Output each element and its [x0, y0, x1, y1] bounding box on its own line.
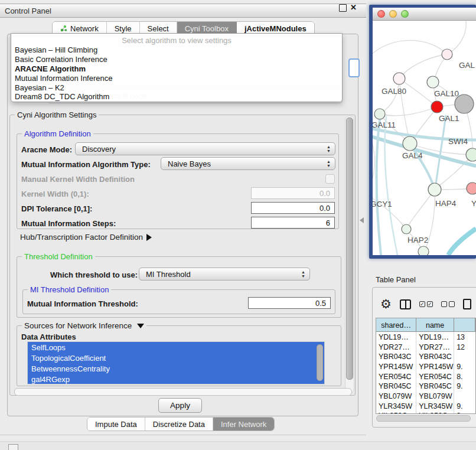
float-panel-icon[interactable]	[339, 4, 347, 12]
list-item[interactable]: gal4RGexp	[28, 374, 324, 384]
cell-name[interactable]: YBR043C	[416, 351, 454, 361]
node-table: shared… name YDL19… YDL19… 13 YDR27… YDR…	[376, 318, 476, 414]
mi-type-combo[interactable]: Naive Bayes ▲▼	[161, 157, 335, 170]
mi-steps-field[interactable]: 6	[251, 217, 335, 229]
table-row[interactable]: YBR045C YBR045C 9.	[376, 381, 475, 391]
attributes-list-scrollbar[interactable]	[317, 344, 323, 381]
list-item[interactable]: SelfLoops	[28, 342, 324, 353]
list-item[interactable]: TopologicalCoefficient	[28, 353, 324, 363]
cell-value[interactable]: 9.	[454, 381, 475, 391]
gear-icon[interactable]: ⚙	[380, 296, 392, 312]
dropdown-item[interactable]: Mutual Information Inference	[11, 73, 342, 83]
settings-vertical-scrollbar-thumb[interactable]	[346, 118, 353, 380]
cell-value[interactable]	[454, 391, 475, 401]
which-threshold-combo[interactable]: MI Threshold ▲▼	[139, 268, 310, 281]
status-bar	[0, 441, 476, 450]
export-table-icon[interactable]	[463, 299, 471, 309]
close-icon[interactable]: ✕	[350, 4, 357, 11]
kernel-width-field[interactable]: 0.0	[251, 187, 335, 199]
cell-name[interactable]: YBL079W	[416, 391, 454, 401]
sources-group-toggle[interactable]: Sources for Network Inference	[22, 321, 146, 330]
tab-infer-network[interactable]: Infer Network	[213, 418, 274, 431]
data-attributes-list[interactable]: SelfLoops TopologicalCoefficient Between…	[27, 341, 325, 384]
dropdown-item[interactable]: Basic Correlation Inference	[11, 55, 342, 64]
control-panel-titlebar[interactable]: Control Panel	[0, 4, 366, 18]
deselect-all-columns-icon[interactable]	[441, 301, 455, 307]
table-row[interactable]: YER054C YER054C 8.	[376, 371, 475, 381]
node-gal4[interactable]	[403, 136, 417, 151]
tab-discretize-data[interactable]: Discretize Data	[145, 418, 213, 431]
cell-shared-name[interactable]: YDR27…	[376, 342, 416, 352]
cell-value[interactable]	[454, 351, 475, 361]
cell-name[interactable]: YBR045C	[416, 381, 454, 391]
cell-shared-name[interactable]: YBR045C	[376, 381, 416, 391]
cell-name[interactable]: YER054C	[416, 371, 454, 381]
close-traffic-light-icon[interactable]	[377, 10, 385, 18]
column-header[interactable]: shared…	[376, 318, 416, 331]
settings-horizontal-scrollbar[interactable]	[14, 388, 352, 396]
table-row[interactable]: YDR27… YDR27… 12	[376, 342, 475, 352]
dropdown-item[interactable]: Dream8 DC_TDC Algorithm	[11, 92, 342, 102]
table-row[interactable]: YBL079W YBL079W	[376, 391, 475, 401]
table-row[interactable]: YDL19… YDL19… 13	[376, 332, 475, 342]
apply-button[interactable]: Apply	[158, 398, 202, 413]
cell-shared-name[interactable]: YER054C	[376, 371, 416, 381]
cell-value[interactable]: 9.	[454, 401, 475, 411]
node-salmon[interactable]	[467, 182, 476, 194]
node-gal1[interactable]	[431, 101, 443, 113]
aracne-mode-combo[interactable]: Discovery ▲▼	[75, 142, 335, 155]
cell-name[interactable]: YDL19…	[416, 332, 454, 342]
cell-name[interactable]: YLR345W	[416, 401, 454, 411]
cell-name[interactable]: YDR27…	[416, 342, 454, 352]
cell-value[interactable]: 8.	[454, 371, 475, 381]
manual-kernel-checkbox[interactable]	[325, 174, 335, 184]
cell-value[interactable]: 9.	[454, 411, 475, 415]
node-label: GAL80	[382, 87, 406, 96]
cell-name[interactable]: YIL052C	[416, 411, 454, 415]
dropdown-item[interactable]: Bayesian – Hill Climbing	[11, 45, 342, 55]
table-horizontal-scrollbar[interactable]	[376, 415, 471, 422]
table-row[interactable]: YBR043C YBR043C	[376, 351, 475, 361]
cell-value[interactable]: 13	[454, 332, 475, 342]
cell-value[interactable]: 12	[454, 342, 475, 352]
mi-threshold-field[interactable]: 0.5	[248, 297, 331, 309]
table-row[interactable]: YLR345W YLR345W 9.	[376, 401, 475, 411]
split-columns-icon[interactable]	[400, 299, 411, 309]
tab-label: Impute Data	[95, 420, 137, 429]
tab-impute-data[interactable]: Impute Data	[87, 418, 145, 431]
cell-shared-name[interactable]: YLR345W	[376, 401, 416, 411]
dropdown-item[interactable]: Bayesian – K2	[11, 83, 342, 92]
node-gal80[interactable]	[393, 73, 405, 84]
select-all-columns-icon[interactable]: ✓ ✓	[419, 301, 433, 307]
table-row[interactable]: YPR145W YPR145W 9.	[376, 361, 475, 371]
node-gal11[interactable]	[374, 109, 385, 119]
cell-shared-name[interactable]: YPR145W	[376, 361, 416, 371]
zoom-traffic-light-icon[interactable]	[401, 10, 409, 18]
node-hap2[interactable]	[402, 224, 411, 234]
cell-name[interactable]: YPR145W	[416, 361, 454, 371]
cell-shared-name[interactable]: YBL079W	[376, 391, 416, 401]
column-header[interactable]: name	[416, 318, 454, 331]
node-swi4[interactable]	[466, 148, 476, 161]
network-window-titlebar[interactable]	[373, 8, 476, 21]
cell-shared-name[interactable]: YIL052C	[376, 411, 416, 415]
minimize-traffic-light-icon[interactable]	[389, 10, 397, 18]
list-item[interactable]: BetweennessCentrality	[28, 363, 324, 374]
network-view-window[interactable]: GAL GAL80 GAL10 GAL1 GAL11 GAL4 SWI4 GCY…	[369, 5, 476, 259]
node-hap4[interactable]	[428, 183, 441, 196]
panel-divider-collapse-icon[interactable]	[360, 217, 364, 223]
network-canvas[interactable]: GAL GAL80 GAL10 GAL1 GAL11 GAL4 SWI4 GCY…	[373, 21, 476, 255]
node-label: GAL11	[373, 120, 396, 129]
node-gal10[interactable]	[427, 76, 439, 88]
cell-shared-name[interactable]: YBR043C	[376, 351, 416, 361]
node[interactable]	[442, 49, 452, 60]
node[interactable]	[418, 246, 429, 255]
dpi-tolerance-field[interactable]: 0.0	[251, 202, 335, 214]
cell-value[interactable]: 9.	[454, 361, 475, 371]
hub-tf-definition-toggle[interactable]: Hub/Transcription Factor Definition	[20, 233, 152, 242]
minimized-panel-icon[interactable]	[8, 444, 18, 450]
dropdown-item-selected[interactable]: ARACNE Algorithm	[11, 64, 342, 74]
cell-shared-name[interactable]: YDL19…	[376, 332, 416, 342]
table-row[interactable]: YIL052C YIL052C 9.	[376, 411, 475, 415]
column-header[interactable]	[454, 318, 475, 331]
